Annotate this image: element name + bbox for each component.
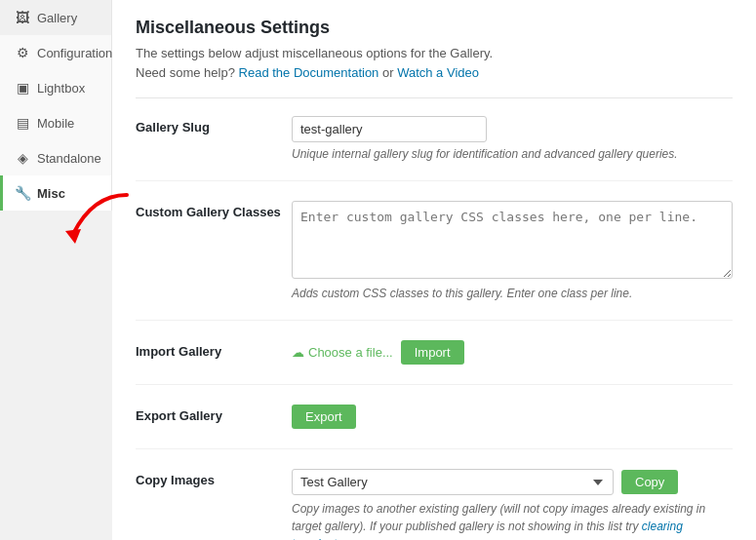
export-gallery-row: Export Gallery Export bbox=[136, 405, 733, 449]
import-gallery-control: ☁ Choose a file... Import bbox=[292, 340, 733, 365]
custom-classes-label: Custom Gallery Classes bbox=[136, 201, 292, 219]
sidebar-item-label: Misc bbox=[37, 186, 65, 201]
sidebar-item-label: Configuration bbox=[37, 46, 112, 60]
gallery-slug-input[interactable] bbox=[292, 116, 487, 142]
copy-gallery-select[interactable]: Test Gallery bbox=[292, 469, 614, 495]
import-row: ☁ Choose a file... Import bbox=[292, 340, 733, 365]
copy-row: Test Gallery Copy bbox=[292, 469, 733, 495]
sidebar-item-gallery[interactable]: 🖼 Gallery bbox=[0, 0, 111, 35]
gallery-slug-label: Gallery Slug bbox=[136, 116, 292, 135]
standalone-icon: ◈ bbox=[15, 150, 30, 166]
sidebar-item-lightbox[interactable]: ▣ Lightbox bbox=[0, 70, 111, 105]
copy-images-control: Test Gallery Copy Copy images to another… bbox=[292, 469, 733, 540]
docs-link[interactable]: Read the Documentation bbox=[239, 65, 379, 80]
sidebar-item-label: Standalone bbox=[37, 151, 101, 166]
copy-images-row: Copy Images Test Gallery Copy Copy image… bbox=[136, 469, 733, 540]
section-divider bbox=[136, 97, 733, 98]
sidebar-item-configuration[interactable]: ⚙ Configuration bbox=[0, 35, 111, 70]
sidebar-item-mobile[interactable]: ▤ Mobile bbox=[0, 105, 111, 140]
custom-classes-textarea[interactable] bbox=[292, 201, 733, 279]
gallery-slug-hint: Unique internal gallery slug for identif… bbox=[292, 147, 733, 161]
export-button[interactable]: Export bbox=[292, 405, 356, 429]
page-description: The settings below adjust miscellaneous … bbox=[136, 44, 733, 82]
sidebar-item-label: Gallery bbox=[37, 11, 77, 25]
sidebar-item-label: Lightbox bbox=[37, 81, 85, 96]
gallery-icon: 🖼 bbox=[15, 10, 30, 25]
export-gallery-control: Export bbox=[292, 405, 733, 429]
main-content: Miscellaneous Settings The settings belo… bbox=[112, 0, 756, 540]
mobile-icon: ▤ bbox=[15, 115, 30, 131]
custom-classes-hint: Adds custom CSS classes to this gallery.… bbox=[292, 287, 733, 300]
choose-file-button[interactable]: ☁ Choose a file... bbox=[292, 345, 393, 360]
video-link[interactable]: Watch a Video bbox=[397, 65, 479, 80]
custom-classes-row: Custom Gallery Classes Adds custom CSS c… bbox=[136, 201, 733, 321]
copy-description: Copy images to another existing gallery … bbox=[292, 500, 733, 540]
import-gallery-row: Import Gallery ☁ Choose a file... Import bbox=[136, 340, 733, 385]
misc-icon: 🔧 bbox=[15, 185, 30, 201]
sidebar-item-misc[interactable]: 🔧 Misc bbox=[0, 175, 111, 211]
export-gallery-label: Export Gallery bbox=[136, 405, 292, 423]
svg-marker-0 bbox=[65, 229, 81, 244]
gear-icon: ⚙ bbox=[15, 45, 30, 60]
custom-classes-control: Adds custom CSS classes to this gallery.… bbox=[292, 201, 733, 300]
upload-icon: ☁ bbox=[292, 345, 304, 360]
page-title: Miscellaneous Settings bbox=[136, 18, 733, 38]
import-gallery-label: Import Gallery bbox=[136, 340, 292, 359]
sidebar: 🖼 Gallery ⚙ Configuration ▣ Lightbox ▤ M… bbox=[0, 0, 112, 211]
gallery-slug-row: Gallery Slug Unique internal gallery slu… bbox=[136, 116, 733, 181]
lightbox-icon: ▣ bbox=[15, 80, 30, 96]
sidebar-item-standalone[interactable]: ◈ Standalone bbox=[0, 140, 111, 175]
sidebar-item-label: Mobile bbox=[37, 116, 74, 131]
copy-images-label: Copy Images bbox=[136, 469, 292, 487]
import-button[interactable]: Import bbox=[401, 340, 464, 365]
gallery-slug-control: Unique internal gallery slug for identif… bbox=[292, 116, 733, 161]
copy-button[interactable]: Copy bbox=[621, 470, 678, 494]
